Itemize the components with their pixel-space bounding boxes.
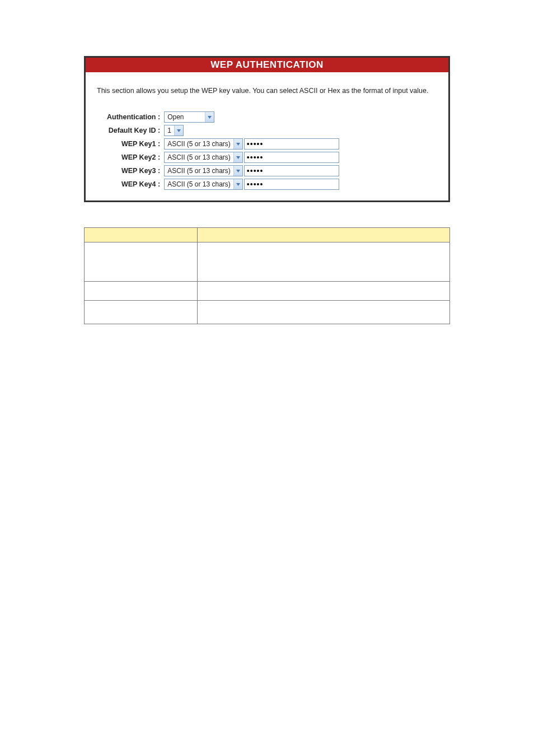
default-key-id-select[interactable]: 1 bbox=[164, 125, 184, 136]
wep-key2-label: WEP Key2 : bbox=[107, 152, 162, 163]
authentication-label: Authentication : bbox=[107, 111, 162, 123]
table-row bbox=[85, 301, 450, 324]
wep-key1-format-select[interactable]: ASCII (5 or 13 chars) bbox=[164, 138, 243, 150]
panel-body: This section allows you setup the WEP ke… bbox=[86, 72, 448, 200]
wep-key4-format-select[interactable]: ASCII (5 or 13 chars) bbox=[164, 179, 243, 190]
wep-key3-label: WEP Key3 : bbox=[107, 165, 162, 176]
info-header-cell bbox=[85, 228, 198, 242]
default-key-id-label: Default Key ID : bbox=[107, 125, 162, 136]
info-cell bbox=[85, 301, 198, 324]
wep-key3-format-select[interactable]: ASCII (5 or 13 chars) bbox=[164, 165, 243, 176]
wep-key1-input[interactable]: ••••• bbox=[244, 138, 339, 150]
wep-form: Authentication : Open Default Key ID : bbox=[105, 109, 341, 192]
authentication-select[interactable]: Open bbox=[164, 111, 214, 123]
wep-key2-input[interactable]: ••••• bbox=[244, 152, 339, 163]
info-cell bbox=[85, 282, 198, 301]
chevron-down-icon bbox=[205, 112, 214, 122]
table-row bbox=[85, 282, 450, 301]
panel-description: This section allows you setup the WEP ke… bbox=[97, 86, 437, 95]
info-table bbox=[84, 227, 450, 324]
wep-key2-format-select[interactable]: ASCII (5 or 13 chars) bbox=[164, 152, 243, 163]
wep-key3-input[interactable]: ••••• bbox=[244, 165, 339, 176]
info-cell bbox=[85, 242, 198, 282]
info-cell bbox=[198, 242, 450, 282]
chevron-down-icon bbox=[233, 166, 242, 176]
wep-key4-input[interactable]: ••••• bbox=[244, 179, 339, 190]
wep-key1-label: WEP Key1 : bbox=[107, 138, 162, 150]
wep-authentication-panel: WEP AUTHENTICATION This section allows y… bbox=[84, 56, 450, 202]
chevron-down-icon bbox=[233, 139, 242, 149]
info-cell bbox=[198, 301, 450, 324]
panel-title: WEP AUTHENTICATION bbox=[86, 58, 448, 72]
chevron-down-icon bbox=[233, 179, 242, 189]
wep-key4-label: WEP Key4 : bbox=[107, 179, 162, 190]
info-cell bbox=[198, 282, 450, 301]
chevron-down-icon bbox=[174, 125, 183, 136]
table-row bbox=[85, 242, 450, 282]
chevron-down-icon bbox=[233, 152, 242, 162]
info-header-cell bbox=[198, 228, 450, 242]
